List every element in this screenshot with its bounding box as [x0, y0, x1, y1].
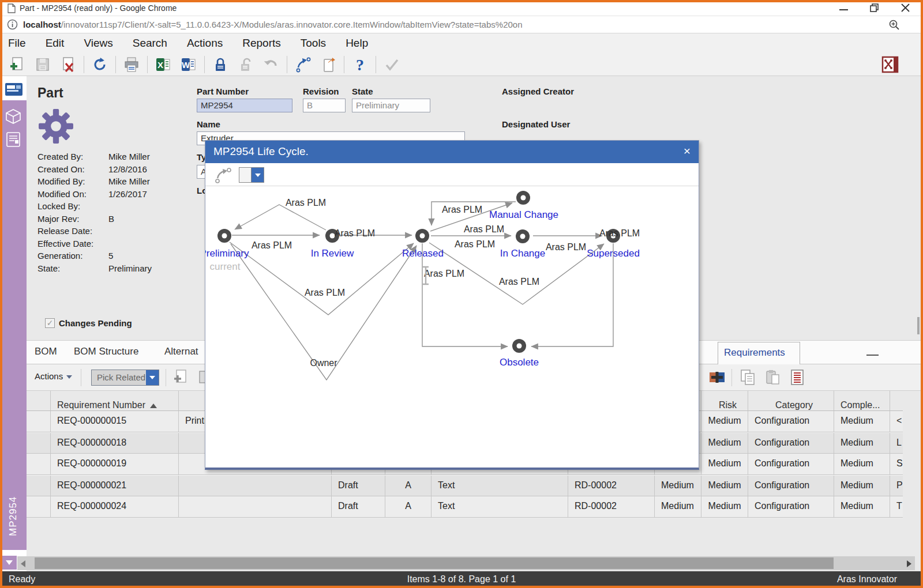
grid-column-risk[interactable]: Risk	[701, 391, 748, 411]
tab-bom[interactable]: BOM	[35, 346, 57, 357]
grid-cell[interactable]: T	[890, 496, 903, 518]
grid-column-category[interactable]: Category	[748, 391, 834, 411]
promote-icon[interactable]	[294, 56, 312, 73]
close-icon[interactable]: ×	[684, 144, 691, 158]
state-label-obsolete[interactable]: Obsolete	[500, 357, 539, 368]
scroll-left-icon[interactable]	[21, 560, 25, 567]
state-label-inreview[interactable]: In Review	[311, 248, 354, 259]
grid-cell[interactable]: Medium	[701, 454, 748, 475]
grid-cell[interactable]: RD-00002	[568, 496, 655, 518]
grid-cell[interactable]: Medium	[834, 476, 890, 496]
form-icon[interactable]	[5, 82, 23, 97]
grid-cell[interactable]: Medium	[701, 476, 748, 496]
window-close-button[interactable]	[900, 3, 913, 13]
new-item-icon[interactable]	[9, 56, 26, 73]
complete-icon[interactable]	[383, 56, 400, 73]
copy-icon[interactable]	[740, 369, 757, 386]
unlock-icon[interactable]	[237, 56, 254, 73]
grid-minimize-icon[interactable]	[866, 355, 879, 356]
grid-cell[interactable]: REQ-000000018	[51, 433, 179, 454]
grid-cell[interactable]: Medium	[701, 411, 748, 432]
state-select-button[interactable]	[252, 168, 264, 182]
export-excel-icon[interactable]: X	[155, 56, 172, 73]
grid-cell[interactable]	[179, 476, 332, 496]
state-node-inchange[interactable]	[516, 229, 530, 243]
grid-cell[interactable]: RD-00002	[568, 476, 655, 496]
actions-dropdown[interactable]: Actions	[35, 371, 72, 381]
state-node-preliminary[interactable]	[217, 229, 231, 243]
grid-cell[interactable]: <	[890, 411, 903, 432]
delete-icon[interactable]	[59, 56, 77, 73]
grid-cell[interactable]: P	[890, 476, 903, 496]
grid-cell[interactable]: Configuration	[748, 411, 834, 432]
grid-cell[interactable]: REQ-000000019	[51, 454, 179, 475]
table-row[interactable]: REQ-000000021DraftATextRD-00002MediumMed…	[27, 475, 903, 496]
grid-column[interactable]	[27, 391, 51, 411]
grid-cell[interactable]	[27, 433, 51, 454]
menu-item-edit[interactable]: Edit	[46, 37, 65, 50]
grid-cell[interactable]: Medium	[655, 496, 701, 518]
grid-cell[interactable]: A	[385, 476, 432, 496]
red-graph-icon[interactable]	[881, 56, 899, 76]
menu-item-tools[interactable]: Tools	[301, 37, 326, 50]
grid-cell[interactable]: Medium	[701, 496, 748, 518]
address-bar[interactable]: localhost/innovator11sp7/Client/X-salt=5…	[0, 16, 923, 33]
revision-field[interactable]: B	[303, 99, 346, 112]
horizontal-scrollbar-thumb[interactable]	[35, 557, 834, 569]
grid-cell[interactable]: Medium	[655, 476, 701, 496]
promote-icon[interactable]	[213, 166, 233, 184]
changes-pending-checkbox[interactable]: ✓	[45, 318, 55, 328]
paste-icon[interactable]	[764, 369, 782, 386]
state-node-manualchange[interactable]	[516, 191, 530, 205]
pick-related-button[interactable]	[146, 370, 159, 385]
grid-cell[interactable]: Medium	[834, 454, 890, 475]
export-word-icon[interactable]: W	[180, 56, 197, 73]
grid-cell[interactable]: Configuration	[748, 433, 834, 454]
save-icon[interactable]	[34, 56, 51, 73]
menu-item-actions[interactable]: Actions	[187, 37, 223, 50]
paste-icon[interactable]	[320, 56, 337, 73]
tab-requirements[interactable]: Requirements	[718, 342, 800, 365]
state-node-obsolete[interactable]	[512, 339, 526, 353]
state-label-manualchange[interactable]: Manual Change	[489, 209, 558, 220]
sidebar-expand-button[interactable]	[2, 556, 17, 570]
new-relationship-icon[interactable]	[708, 369, 726, 386]
document-icon[interactable]	[5, 131, 21, 148]
grid-cell[interactable]	[27, 411, 51, 432]
grid-cell[interactable]: REQ-000000021	[51, 476, 179, 496]
grid-cell[interactable]: Medium	[701, 433, 748, 454]
sidebar-item-mp2954[interactable]: MP2954	[0, 484, 27, 548]
scroll-right-icon[interactable]	[907, 560, 911, 567]
zoom-icon[interactable]	[888, 19, 900, 31]
info-icon[interactable]	[7, 19, 18, 30]
grid-cell[interactable]	[27, 476, 51, 496]
part-number-field[interactable]: MP2954	[197, 99, 292, 112]
state-label-inchange[interactable]: In Change	[500, 248, 545, 259]
grid-cell[interactable]: L	[890, 433, 903, 454]
state-label-preliminary[interactable]: Preliminary	[205, 248, 249, 259]
menu-item-file[interactable]: File	[8, 37, 26, 50]
grid-cell[interactable]	[179, 496, 332, 518]
state-node-released[interactable]	[415, 229, 429, 243]
tab-alternates[interactable]: Alternat	[164, 346, 198, 357]
grid-cell[interactable]: Text	[432, 496, 568, 518]
transition-inreview-preliminary[interactable]	[235, 205, 326, 230]
menu-item-help[interactable]: Help	[346, 37, 368, 50]
state-select[interactable]	[239, 167, 264, 183]
grid-cell[interactable]	[27, 454, 51, 475]
grid-column-requirement-number[interactable]: Requirement Number	[51, 391, 179, 411]
grid-cell[interactable]: A	[385, 496, 432, 518]
menu-item-reports[interactable]: Reports	[242, 37, 281, 50]
grid-cell[interactable]: Text	[432, 476, 568, 496]
state-label-superseded[interactable]: Superseded	[587, 248, 640, 259]
grid-cell[interactable]: Medium	[834, 496, 890, 518]
dialog-titlebar[interactable]: MP2954 Life Cycle. ×	[205, 141, 699, 163]
grid-cell[interactable]: Medium	[834, 433, 890, 454]
grid-cell[interactable]: Draft	[332, 476, 385, 496]
report-icon[interactable]	[789, 369, 806, 386]
window-minimize-button[interactable]	[838, 3, 850, 13]
refresh-icon[interactable]	[91, 56, 108, 73]
grid-column[interactable]	[890, 391, 903, 411]
state-field[interactable]: Preliminary	[352, 99, 430, 112]
grid-cell[interactable]: Configuration	[748, 476, 834, 496]
